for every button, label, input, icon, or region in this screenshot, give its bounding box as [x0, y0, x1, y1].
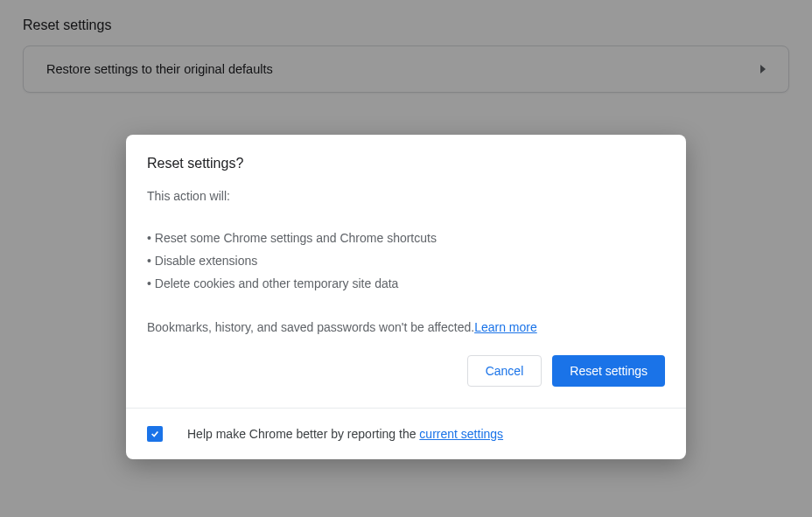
- dialog-footer: Help make Chrome better by reporting the…: [126, 408, 686, 459]
- list-item: • Disable extensions: [147, 250, 665, 273]
- footer-label: Help make Chrome better by reporting the…: [187, 427, 503, 441]
- dialog-title: Reset settings?: [147, 156, 665, 171]
- list-item: • Delete cookies and other temporary sit…: [147, 273, 665, 296]
- learn-more-link[interactable]: Learn more: [474, 320, 537, 334]
- footnote-text: Bookmarks, history, and saved passwords …: [147, 320, 474, 334]
- list-item: • Reset some Chrome settings and Chrome …: [147, 227, 665, 250]
- checkmark-icon: [150, 430, 159, 438]
- dialog-bullet-list: • Reset some Chrome settings and Chrome …: [147, 227, 665, 296]
- reset-settings-dialog: Reset settings? This action will: • Rese…: [126, 135, 686, 459]
- dialog-intro: This action will:: [147, 189, 665, 203]
- dialog-actions: Cancel Reset settings: [126, 355, 686, 408]
- current-settings-link[interactable]: current settings: [419, 427, 503, 441]
- report-settings-checkbox[interactable]: [147, 426, 163, 442]
- footer-text-part: Help make Chrome better by reporting the: [187, 427, 419, 441]
- reset-settings-button[interactable]: Reset settings: [552, 355, 665, 387]
- dialog-body: Reset settings? This action will: • Rese…: [126, 135, 686, 355]
- cancel-button[interactable]: Cancel: [467, 355, 542, 387]
- dialog-footnote: Bookmarks, history, and saved passwords …: [147, 320, 665, 334]
